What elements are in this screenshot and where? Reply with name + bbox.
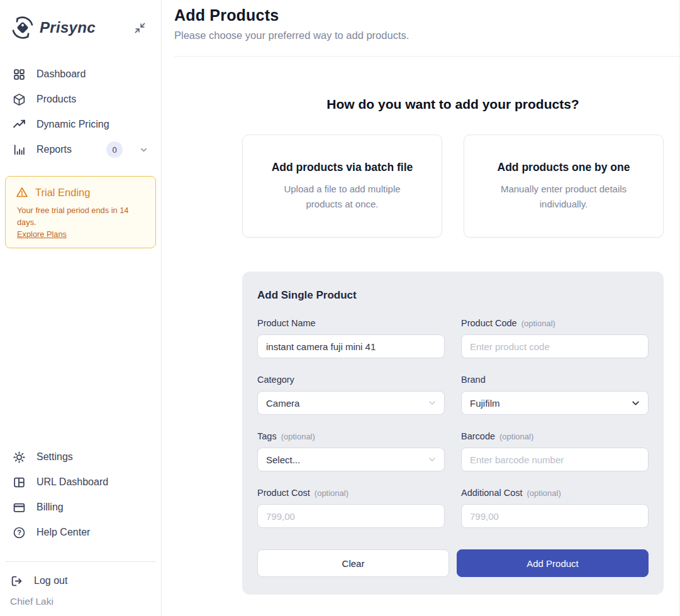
page-subtitle: Please choose your preferred way to add …: [174, 30, 679, 41]
sidebar: Prisync: [0, 0, 162, 616]
optional-tag: (optional): [527, 488, 561, 498]
trial-title: Trial Ending: [35, 187, 90, 199]
svg-text:?: ?: [17, 529, 21, 536]
bar-chart-icon: [13, 143, 26, 157]
sidebar-item-reports[interactable]: Reports 0: [0, 137, 161, 162]
app-window: Prisync: [0, 0, 680, 616]
product-name-field: Product Name: [257, 318, 445, 358]
chevron-down-icon: [427, 398, 437, 408]
collapse-sidebar-button[interactable]: [133, 21, 147, 35]
current-user-name: Chief Laki: [0, 593, 161, 607]
sidebar-item-label: Settings: [36, 451, 73, 463]
trend-up-icon: [13, 118, 26, 131]
trial-ending-banner: Trial Ending Your free trial period ends…: [5, 176, 156, 248]
clear-button[interactable]: Clear: [257, 549, 449, 577]
add-product-button[interactable]: Add Product: [457, 549, 649, 577]
sidebar-item-label: Help Center: [36, 527, 90, 538]
sidebar-item-url-dashboard[interactable]: URL Dashboard: [0, 470, 161, 495]
gear-icon: [13, 451, 26, 464]
product-form-grid: Product Name Product Code (optional): [257, 318, 649, 528]
sidebar-item-label: Reports: [36, 144, 72, 155]
chevron-down-icon[interactable]: [139, 145, 148, 155]
form-title: Add Single Product: [257, 289, 649, 302]
dashboard-grid-icon: [13, 68, 26, 81]
category-field: Category Camera: [257, 375, 445, 415]
sidebar-item-dashboard[interactable]: Dashboard: [0, 62, 161, 87]
credit-card-icon: [13, 501, 26, 514]
sidebar-item-products[interactable]: Products: [0, 87, 161, 112]
sidebar-divider: [5, 561, 156, 562]
explore-plans-link[interactable]: Explore Plans: [17, 229, 67, 239]
sidebar-item-billing[interactable]: Billing: [0, 495, 161, 520]
option-description: Manually enter product details individua…: [489, 182, 638, 212]
sidebar-item-label: Dynamic Pricing: [36, 119, 109, 130]
layout-panel-icon: [13, 476, 26, 489]
sidebar-item-settings[interactable]: Settings: [0, 444, 161, 470]
product-cost-field: Product Cost (optional): [257, 488, 445, 528]
additional-cost-label: Additional Cost: [461, 488, 523, 498]
option-description: Upload a file to add multiple products a…: [268, 182, 416, 212]
brand-select[interactable]: Fujifilm: [461, 391, 649, 415]
tags-label: Tags: [257, 431, 277, 441]
product-cost-input[interactable]: [257, 504, 445, 528]
header-divider: [174, 56, 679, 57]
option-card-batch-file[interactable]: Add products via batch file Upload a fil…: [242, 135, 442, 238]
product-name-label: Product Name: [257, 318, 316, 328]
category-label: Category: [257, 375, 294, 385]
content-area: How do you want to add your products? Ad…: [242, 97, 664, 595]
logo-wordmark: Prisync: [40, 19, 96, 36]
logout-button[interactable]: Log out: [0, 568, 161, 593]
option-title: Add products one by one: [498, 161, 630, 174]
prisync-logo: Prisync: [10, 15, 96, 40]
category-selected-value: Camera: [266, 398, 299, 409]
brand-field: Brand Fujifilm: [461, 375, 649, 415]
page-title: Add Products: [174, 6, 679, 25]
tags-field: Tags (optional) Select...: [257, 431, 445, 471]
sidebar-item-label: URL Dashboard: [36, 476, 108, 488]
chevron-down-icon: [427, 454, 437, 465]
optional-tag: (optional): [281, 432, 315, 441]
option-card-one-by-one[interactable]: Add products one by one Manually enter p…: [464, 135, 664, 238]
add-single-product-panel: Add Single Product Product Name Product …: [242, 272, 664, 595]
product-name-input[interactable]: [257, 334, 445, 358]
secondary-nav: Settings URL Dashboard B: [0, 444, 161, 545]
optional-tag: (optional): [521, 319, 555, 328]
product-code-field: Product Code (optional): [461, 318, 649, 358]
warning-triangle-icon: [16, 186, 28, 199]
primary-nav: Dashboard Products Dynam: [0, 62, 161, 162]
brand-label: Brand: [461, 375, 486, 385]
question-circle-icon: ?: [13, 526, 26, 539]
logout-label: Log out: [34, 575, 67, 586]
prisync-logo-icon: [10, 15, 35, 40]
barcode-field: Barcode (optional): [461, 431, 649, 471]
tags-select[interactable]: Select...: [257, 448, 445, 471]
cube-icon: [13, 93, 26, 106]
brand-selected-value: Fujifilm: [470, 398, 500, 409]
sidebar-item-help-center[interactable]: ? Help Center: [0, 520, 161, 545]
optional-tag: (optional): [499, 432, 533, 441]
category-select[interactable]: Camera: [257, 391, 445, 415]
option-title: Add products via batch file: [272, 161, 413, 174]
sidebar-item-dynamic-pricing[interactable]: Dynamic Pricing: [0, 112, 161, 137]
barcode-input[interactable]: [461, 448, 649, 471]
trial-message: Your free trial period ends in 14 days.: [17, 204, 131, 228]
collapse-icon: [134, 22, 146, 34]
sidebar-spacer: [0, 248, 161, 444]
tags-placeholder: Select...: [266, 454, 300, 465]
sidebar-item-label: Billing: [36, 502, 64, 513]
main-content: Add Products Please choose your preferre…: [162, 0, 680, 616]
sidebar-header: Prisync: [0, 15, 161, 40]
additional-cost-input[interactable]: [461, 504, 649, 528]
add-method-options: Add products via batch file Upload a fil…: [242, 135, 664, 238]
form-actions: Clear Add Product: [257, 549, 649, 577]
add-method-question: How do you want to add your products?: [242, 97, 664, 112]
chevron-down-icon: [630, 398, 641, 409]
page-header: Add Products Please choose your preferre…: [162, 0, 679, 41]
additional-cost-field: Additional Cost (optional): [461, 488, 649, 528]
optional-tag: (optional): [315, 488, 348, 498]
barcode-label: Barcode: [461, 431, 495, 441]
logout-icon: [10, 575, 23, 588]
product-code-input[interactable]: [461, 334, 649, 358]
product-code-label: Product Code: [461, 318, 517, 328]
sidebar-item-label: Dashboard: [36, 69, 86, 80]
